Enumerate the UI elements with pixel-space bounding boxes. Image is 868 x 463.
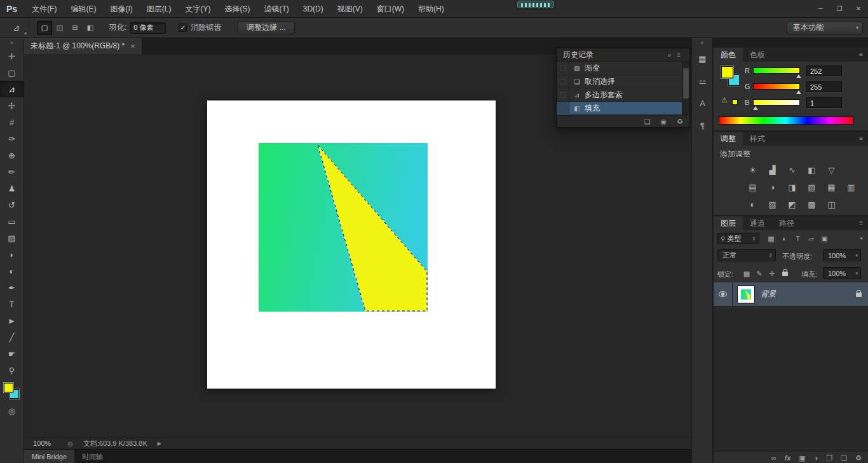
panel-menu-icon[interactable]: ≡ — [859, 216, 868, 230]
collapsed-panel-grid-icon[interactable]: ▦ — [692, 48, 713, 70]
tab-paths[interactable]: 路径 — [772, 216, 801, 230]
menu-image[interactable]: 图像(I) — [103, 0, 139, 18]
zoom-level[interactable]: 100% — [33, 439, 51, 447]
subtract-from-selection-button[interactable]: ⊟ — [67, 21, 83, 35]
fill-select[interactable]: 100% ▾ — [823, 267, 861, 279]
posterize-icon[interactable]: ▨ — [763, 197, 782, 212]
filter-smart-objects-icon[interactable]: ▣ — [818, 233, 831, 244]
photo-filter-icon[interactable]: ▧ — [802, 179, 822, 195]
tab-timeline[interactable]: 时间轴 — [74, 450, 111, 463]
lock-image-pixels-icon[interactable]: ✎ — [753, 270, 766, 278]
restore-button[interactable]: ❐ — [830, 0, 849, 18]
vibrance-icon[interactable]: ▽ — [822, 162, 841, 177]
menu-edit[interactable]: 编辑(E) — [64, 0, 103, 18]
slider-thumb[interactable] — [796, 90, 801, 94]
invert-icon[interactable]: ◐ — [743, 197, 763, 212]
type-tool[interactable]: T — [0, 296, 24, 312]
dodge-tool[interactable]: ◐ — [0, 263, 24, 279]
filter-pixel-layers-icon[interactable]: ▦ — [764, 233, 778, 244]
menu-3d[interactable]: 3D(D) — [296, 0, 330, 18]
quick-selection-tool[interactable]: ✢ — [0, 97, 24, 114]
color-balance-icon[interactable]: ◑ — [763, 179, 782, 195]
new-selection-button[interactable]: ▢ — [37, 21, 52, 35]
toolbar-collapse-button[interactable]: » — [0, 38, 24, 48]
panel-menu-icon[interactable]: ≡ — [859, 132, 868, 146]
history-source-well[interactable] — [557, 88, 569, 102]
filter-kind-select[interactable]: ⚲ 类型 ⇕ — [717, 233, 759, 244]
link-layers-button[interactable]: ∞ — [771, 454, 776, 462]
antialias-checkbox[interactable]: ✓ — [179, 24, 187, 32]
close-button[interactable]: ✕ — [849, 0, 868, 18]
collapsed-panel-character-icon[interactable]: A — [692, 92, 713, 114]
move-tool[interactable]: ✛ — [0, 48, 24, 64]
history-scrollbar[interactable] — [682, 62, 689, 115]
panel-menu-icon[interactable]: ≡ — [677, 52, 681, 59]
clone-stamp-tool[interactable]: ♟ — [0, 180, 24, 197]
scrollbar-thumb[interactable] — [683, 68, 689, 99]
new-group-button[interactable]: ❒ — [826, 454, 832, 462]
crop-tool[interactable]: # — [0, 114, 24, 130]
minimize-button[interactable]: ─ — [811, 0, 830, 18]
menu-window[interactable]: 窗口(W) — [370, 0, 411, 18]
layer-thumbnail[interactable] — [738, 286, 754, 303]
history-state-polygonal-lasso[interactable]: ⊿ 多边形套索 — [557, 88, 682, 102]
eraser-tool[interactable]: ▭ — [0, 213, 24, 230]
tab-color[interactable]: 颜色 — [714, 48, 743, 62]
history-source-well[interactable] — [557, 75, 569, 88]
dock-expand-button[interactable]: « — [692, 38, 712, 48]
slider-thumb[interactable] — [753, 106, 758, 110]
polygonal-lasso-tool[interactable]: ⊿ — [0, 81, 24, 97]
eyedropper-tool[interactable]: ✑ — [0, 130, 24, 147]
red-value-input[interactable] — [806, 66, 842, 76]
spot-healing-brush-tool[interactable]: ⊕ — [0, 147, 24, 163]
panel-menu-icon[interactable]: ≡ — [859, 48, 868, 62]
blue-slider[interactable] — [753, 99, 800, 106]
layer-visibility-cell[interactable] — [714, 282, 733, 307]
zoom-tool[interactable]: ⚲ — [0, 362, 24, 378]
history-brush-tool[interactable]: ↺ — [0, 197, 24, 213]
menu-layer[interactable]: 图层(L) — [140, 0, 179, 18]
rectangular-marquee-tool[interactable]: ▢ — [0, 64, 24, 81]
new-adjustment-layer-button[interactable]: ◑ — [814, 454, 818, 462]
brush-tool[interactable]: ✏ — [0, 163, 24, 180]
history-state-deselect[interactable]: ❏ 取消选择 — [557, 75, 682, 88]
collapsed-panel-sliders-icon[interactable]: ⚍ — [692, 70, 713, 92]
slider-thumb[interactable] — [796, 74, 801, 78]
blue-value-input[interactable] — [806, 97, 842, 108]
blend-mode-select[interactable]: 正常 ⇕ — [717, 249, 776, 261]
add-layer-mask-button[interactable]: ▣ — [799, 454, 805, 462]
filter-type-layers-icon[interactable]: T — [791, 233, 804, 244]
tab-adjustments[interactable]: 调整 — [714, 132, 743, 146]
foreground-color-swatch[interactable] — [721, 66, 733, 78]
exposure-icon[interactable]: ◧ — [802, 162, 822, 177]
color-lookup-icon[interactable]: ▥ — [841, 179, 861, 195]
brightness-contrast-icon[interactable]: ☀ — [743, 162, 763, 177]
tab-channels[interactable]: 通道 — [743, 216, 772, 230]
selective-color-icon[interactable]: ◫ — [822, 197, 841, 212]
tab-layers[interactable]: 图层 — [714, 216, 743, 230]
intersect-selection-button[interactable]: ◧ — [83, 21, 98, 35]
history-state-fill[interactable]: ◧ 填充 — [557, 102, 682, 115]
gradient-map-icon[interactable]: ▩ — [802, 197, 822, 212]
quick-mask-button[interactable]: ◎ — [0, 403, 24, 418]
refine-edge-button[interactable]: 调整边缘 ... — [238, 22, 294, 34]
gradient-tool[interactable]: ▧ — [0, 230, 24, 246]
filter-adjustment-layers-icon[interactable]: ◐ — [778, 233, 791, 244]
menu-view[interactable]: 视图(V) — [330, 0, 370, 18]
menu-file[interactable]: 文件(F) — [25, 0, 64, 18]
delete-layer-button[interactable]: ♻ — [855, 454, 862, 462]
history-panel-title[interactable]: 历史记录 — [557, 50, 600, 60]
lock-position-icon[interactable]: ✛ — [766, 270, 778, 278]
filter-toggle-icon[interactable]: ● — [860, 235, 863, 241]
new-layer-button[interactable]: ❏ — [841, 454, 847, 462]
green-value-input[interactable] — [806, 81, 842, 92]
black-white-icon[interactable]: ◨ — [782, 179, 802, 195]
channel-mixer-icon[interactable]: ▦ — [822, 179, 841, 195]
menu-help[interactable]: 帮助(H) — [411, 0, 451, 18]
tab-styles[interactable]: 样式 — [743, 132, 772, 146]
threshold-icon[interactable]: ◩ — [782, 197, 802, 212]
new-document-from-state-button[interactable]: ❏ — [644, 118, 651, 126]
canvas[interactable] — [207, 100, 496, 389]
menu-filter[interactable]: 滤镜(T) — [257, 0, 295, 18]
history-source-well[interactable] — [557, 62, 569, 75]
